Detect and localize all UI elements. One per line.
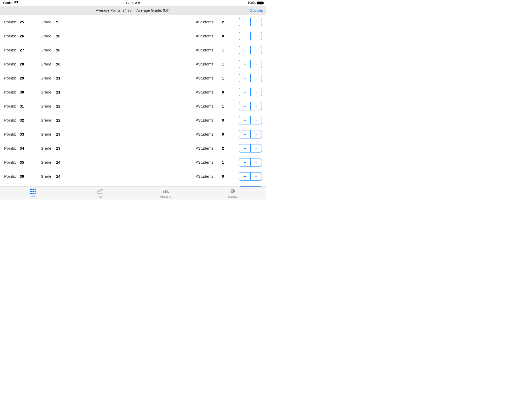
increment-button[interactable]: + (250, 102, 262, 110)
tab-histogram-label: Histogram (160, 195, 172, 198)
students-label: #Students: (196, 34, 222, 38)
svg-rect-8 (32, 193, 34, 194)
avg-points: Average Points: 24.78 (96, 8, 132, 12)
grade-label: Grade: (41, 48, 56, 52)
data-table: Points: 25 Grade: 9 #Students: 2 − + Poi… (0, 15, 266, 187)
svg-rect-9 (35, 193, 36, 194)
tab-plot-label: Plot (97, 195, 102, 198)
increment-button[interactable]: + (250, 144, 262, 152)
histogram-icon (163, 188, 170, 195)
grade-label: Grade: (41, 34, 56, 38)
grade-value: 11 (56, 90, 77, 94)
decrement-button[interactable]: − (239, 60, 250, 68)
svg-rect-7 (30, 193, 32, 194)
points-value: 32 (20, 118, 41, 122)
points-value: 30 (20, 90, 41, 94)
increment-button[interactable]: + (250, 46, 262, 54)
points-value: 33 (20, 132, 41, 136)
table-row: Points: 36 Grade: 14 #Students: 0 − + (0, 169, 266, 183)
students-value: 1 (222, 76, 235, 80)
avg-grade: Average Grade: 9.67 (136, 8, 170, 12)
tab-table-label: Table (30, 195, 36, 198)
decrement-button[interactable]: − (239, 74, 250, 82)
table-row: Points: 35 Grade: 14 #Students: 1 − + (0, 155, 266, 169)
students-value: 1 (222, 160, 235, 164)
decrement-button[interactable]: − (239, 102, 250, 110)
tab-table[interactable]: Table (0, 187, 66, 200)
points-label: Points: (4, 132, 20, 136)
table-icon (30, 189, 36, 194)
stepper: − + (239, 46, 262, 54)
stepper: − + (239, 144, 262, 152)
students-value: 2 (222, 20, 235, 24)
decrement-button[interactable]: − (239, 116, 250, 124)
table-row: Points: 34 Grade: 13 #Students: 2 − + (0, 141, 266, 155)
points-value: 28 (20, 62, 41, 66)
grade-value: 11 (56, 76, 77, 80)
students-value: 0 (222, 118, 235, 122)
points-label: Points: (4, 76, 20, 80)
students-value: 1 (222, 62, 235, 66)
decrement-button[interactable]: − (239, 130, 250, 138)
grade-value: 13 (56, 146, 77, 150)
stepper: − + (239, 74, 262, 82)
svg-rect-13 (165, 190, 166, 193)
grade-label: Grade: (41, 160, 56, 164)
decrement-button[interactable]: − (239, 144, 250, 152)
decrement-button[interactable]: − (239, 18, 250, 26)
points-label: Points: (4, 48, 20, 52)
grade-value: 10 (56, 48, 77, 52)
points-value: 31 (20, 104, 41, 108)
decrement-button[interactable]: − (239, 46, 250, 54)
points-value: 26 (20, 34, 41, 38)
decrement-button[interactable]: − (239, 88, 250, 96)
decrement-button[interactable]: − (239, 158, 250, 167)
grade-value: 13 (56, 132, 77, 136)
tab-settings-label: Settings (228, 195, 237, 198)
svg-rect-14 (167, 190, 168, 193)
students-label: #Students: (196, 62, 222, 66)
students-label: #Students: (196, 174, 222, 178)
students-value: 0 (222, 132, 235, 136)
options-button[interactable]: Options (249, 8, 263, 12)
tab-settings[interactable]: Settings (200, 187, 266, 200)
grade-value: 12 (56, 104, 77, 108)
decrement-button[interactable]: − (239, 32, 250, 40)
points-value: 29 (20, 76, 41, 80)
increment-button[interactable]: + (250, 32, 262, 40)
increment-button[interactable]: + (250, 74, 262, 82)
grade-label: Grade: (41, 90, 56, 94)
increment-button[interactable]: + (250, 130, 262, 138)
table-row: Points: 25 Grade: 9 #Students: 2 − + (0, 15, 266, 29)
points-value: 27 (20, 48, 41, 52)
header-bar: Average Points: 24.78 Average Grade: 9.6… (0, 6, 266, 15)
students-label: #Students: (196, 146, 222, 150)
points-label: Points: (4, 90, 20, 94)
svg-point-16 (232, 190, 234, 192)
header-stats: Average Points: 24.78 Average Grade: 9.6… (96, 8, 170, 12)
points-label: Points: (4, 174, 20, 178)
increment-button[interactable]: + (250, 158, 262, 167)
time-display: 12:05 AM (126, 1, 141, 5)
stepper: − + (239, 172, 262, 181)
grade-label: Grade: (41, 174, 56, 178)
increment-button[interactable]: + (250, 18, 262, 26)
points-label: Points: (4, 62, 20, 66)
increment-button[interactable]: + (250, 88, 262, 96)
increment-button[interactable]: + (250, 60, 262, 68)
decrement-button[interactable]: − (239, 172, 250, 181)
students-value: 0 (222, 90, 235, 94)
points-value: 25 (20, 20, 41, 24)
increment-button[interactable]: + (250, 116, 262, 124)
tab-plot[interactable]: Plot (66, 187, 133, 200)
tab-histogram[interactable]: Histogram (133, 187, 200, 200)
table-row: Points: 27 Grade: 10 #Students: 1 − + (0, 43, 266, 57)
stepper: − + (239, 102, 262, 110)
carrier-label: Carrier (3, 1, 13, 5)
increment-button[interactable]: + (250, 172, 262, 181)
svg-point-0 (16, 4, 17, 4)
grade-label: Grade: (41, 62, 56, 66)
table-row: Points: 28 Grade: 10 #Students: 1 − + (0, 57, 266, 71)
students-label: #Students: (196, 20, 222, 24)
svg-rect-15 (168, 192, 169, 193)
